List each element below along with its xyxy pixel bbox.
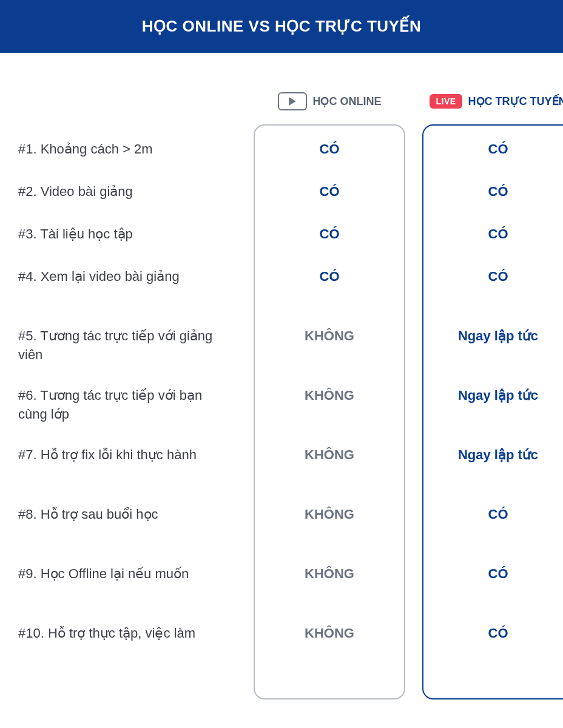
online-column: CÓCÓCÓCÓKHÔNGKHÔNGKHÔNGKHÔNGKHÔNGKHÔNG [254, 124, 405, 699]
feature-label: #9. Học Offline lại nếu muốn [18, 564, 237, 623]
live-value: Ngay lập tức [430, 386, 563, 446]
online-value: KHÔNG [261, 505, 398, 565]
live-value: CÓ [430, 268, 563, 327]
column-header-live-label: HỌC TRỰC TUYẾN [468, 95, 563, 108]
online-value: KHÔNG [261, 565, 398, 624]
live-value: CÓ [430, 225, 563, 268]
feature-label: #10. Hỗ trợ thực tập, việc làm [18, 623, 237, 682]
live-value: CÓ [430, 183, 563, 225]
live-column: CÓCÓCÓCÓNgay lập tứcNgay lập tứcNgay lập… [422, 124, 563, 699]
feature-label: #2. Video bài giảng [18, 181, 237, 224]
online-value: CÓ [261, 183, 398, 225]
column-header-live: LIVE HỌC TRỰC TUYẾN [422, 89, 563, 113]
column-header-online-label: HỌC ONLINE [313, 95, 382, 108]
feature-label: #6. Tương tác trực tiếp với bạn cùng lớp [18, 385, 237, 445]
feature-column: #1. Khoảng cách > 2m#2. Video bài giảng#… [18, 124, 237, 699]
page-title: HỌC ONLINE VS HỌC TRỰC TUYẾN [0, 0, 563, 53]
online-value: KHÔNG [261, 446, 398, 505]
feature-label: #1. Khoảng cách > 2m [18, 139, 237, 181]
live-value: CÓ [430, 505, 563, 565]
live-value: Ngay lập tức [430, 327, 563, 386]
live-value: CÓ [430, 624, 563, 684]
live-value: CÓ [430, 565, 563, 624]
online-value: CÓ [261, 225, 398, 268]
online-value: CÓ [261, 140, 398, 183]
live-value: CÓ [430, 140, 563, 183]
live-icon: LIVE [430, 94, 462, 109]
svg-marker-0 [289, 97, 296, 106]
column-header-online: HỌC ONLINE [254, 89, 405, 113]
online-value: KHÔNG [261, 386, 398, 446]
feature-label: #4. Xem lại video bài giảng [18, 266, 237, 326]
play-icon [278, 92, 307, 110]
feature-label: #3. Tài liệu học tập [18, 224, 237, 266]
feature-label: #5. Tương tác trực tiếp với giảng viên [18, 326, 237, 385]
feature-label: #7. Hỗ trợ fix lỗi khi thực hành [18, 445, 237, 504]
feature-label: #8. Hỗ trợ sau buổi học [18, 504, 237, 564]
online-value: KHÔNG [261, 624, 398, 684]
comparison-table: HỌC ONLINE LIVE HỌC TRỰC TUYẾN #1. Khoản… [0, 53, 563, 718]
live-value: Ngay lập tức [430, 446, 563, 505]
online-value: KHÔNG [261, 327, 398, 386]
online-value: CÓ [261, 268, 398, 327]
